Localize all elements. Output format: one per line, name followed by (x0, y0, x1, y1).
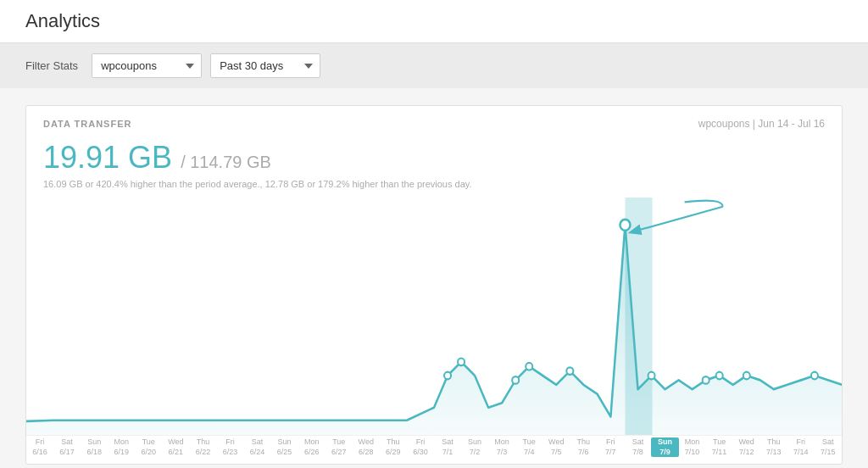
axis-label: Mon7/10 (679, 437, 706, 457)
card-title: DATA TRANSFER (43, 119, 131, 129)
axis-label: Thu6/22 (189, 437, 216, 457)
axis-label: Mon6/19 (108, 437, 135, 457)
svg-point-4 (526, 363, 532, 370)
axis-label: Sat7/15 (815, 437, 842, 457)
main-stat: 19.91 GB / 114.79 GB (43, 140, 825, 176)
data-stat-section: 19.91 GB / 114.79 GB 16.09 GB or 420.4% … (26, 135, 842, 198)
chart-svg (26, 198, 842, 435)
axis-label: Wed6/28 (353, 437, 380, 457)
main-content: DATA TRANSFER wpcoupons | Jun 14 - Jul 1… (0, 88, 868, 468)
axis-label: Wed7/12 (733, 437, 760, 457)
svg-point-2 (458, 359, 465, 366)
axis-label: Tue7/4 (515, 437, 542, 457)
axis-label: Sat6/17 (53, 437, 81, 457)
x-axis: // Will be rendered via JS below Fri6/16… (26, 435, 842, 464)
axis-label: Mon7/3 (488, 437, 515, 457)
total-value: / 114.79 GB (181, 153, 271, 171)
filter-label: Filter Stats (25, 59, 78, 72)
axis-label: Tue7/11 (706, 437, 733, 457)
page-header: Analytics (0, 0, 868, 43)
page-title: Analytics (25, 10, 843, 32)
axis-label: Sun7/2 (461, 437, 488, 457)
axis-label: Sat7/8 (624, 437, 651, 457)
svg-point-11 (811, 372, 818, 380)
axis-label: Sat7/1 (434, 437, 461, 457)
chart-area (26, 198, 842, 435)
axis-label: Tue6/27 (326, 437, 353, 457)
axis-label: Sun6/18 (81, 437, 108, 457)
card-header: DATA TRANSFER wpcoupons | Jun 14 - Jul 1… (26, 106, 842, 135)
axis-label: Mon6/26 (298, 437, 326, 457)
data-transfer-card: DATA TRANSFER wpcoupons | Jun 14 - Jul 1… (25, 105, 843, 465)
main-value: 19.91 GB (43, 140, 172, 175)
period-filter-select[interactable]: Past 30 days Past 7 days Past 90 days Pa… (210, 53, 320, 78)
svg-point-1 (444, 372, 451, 380)
axis-label: Wed7/5 (542, 437, 570, 457)
axis-label: Tue6/20 (135, 437, 162, 457)
axis-label: Sat6/24 (244, 437, 271, 457)
stat-note: 16.09 GB or 420.4% higher than the perio… (43, 179, 825, 189)
site-filter-select[interactable]: wpcoupons (92, 53, 202, 78)
svg-point-10 (743, 372, 750, 380)
axis-label: Fri7/14 (787, 437, 815, 457)
svg-point-6 (620, 220, 630, 231)
svg-point-7 (648, 372, 655, 380)
axis-label: Thu6/29 (380, 437, 407, 457)
axis-label: Thu7/13 (760, 437, 787, 457)
axis-label: Sun6/25 (271, 437, 298, 457)
svg-point-3 (512, 376, 519, 384)
axis-label: Fri6/23 (216, 437, 243, 457)
card-meta: wpcoupons | Jun 14 - Jul 16 (698, 118, 825, 130)
axis-label: Wed6/21 (162, 437, 189, 457)
svg-point-8 (703, 376, 709, 384)
svg-point-9 (716, 372, 723, 380)
axis-label: Sun7/9 (651, 437, 678, 457)
axis-label: Fri7/7 (597, 437, 624, 457)
svg-point-5 (566, 367, 573, 375)
filter-bar: Filter Stats wpcoupons Past 30 days Past… (0, 43, 868, 88)
axis-label: Fri6/30 (407, 437, 434, 457)
axis-label: Fri6/16 (26, 437, 53, 457)
axis-label: Thu7/6 (570, 437, 597, 457)
